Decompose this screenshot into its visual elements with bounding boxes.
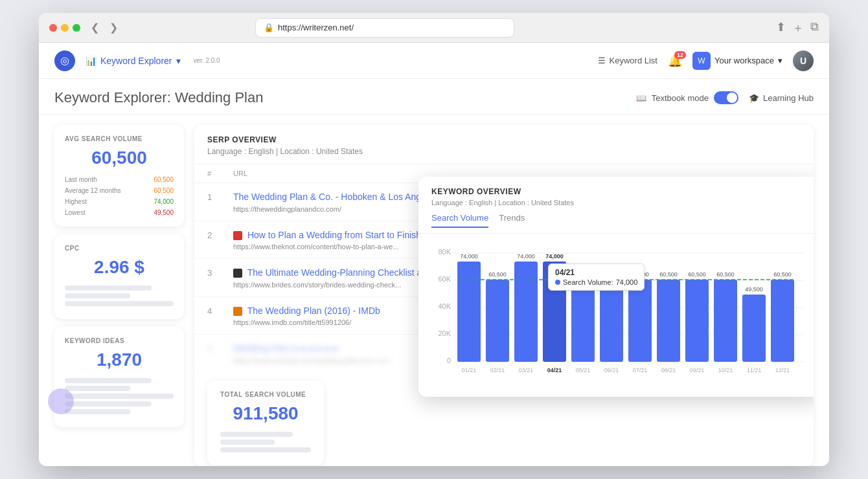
tooltip-item-value: 74,000 [616,278,638,286]
keyword-list-button[interactable]: ☰ Keyword List [598,56,657,65]
favicon-3 [233,269,242,278]
serp-title: SERP OVERVIEW [207,135,801,144]
stat-row-highest: Highest 74,000 [65,198,174,205]
tooltip-label: 04/21 [555,268,637,277]
bar-may [571,280,595,362]
highest-value: 74,000 [154,198,174,205]
cpc-placeholder-1 [65,285,152,291]
minimize-button[interactable] [61,24,69,32]
lock-icon: 🔒 [264,23,274,32]
total-vol-value: 911,580 [220,403,311,424]
avg12-value: 60,500 [154,187,174,194]
bubble-decoration [48,388,74,414]
close-button[interactable] [49,24,57,32]
learning-hub-button[interactable]: 🎓 Learning Hub [749,93,814,103]
tooltip-item-label: Search Volume: [563,278,613,286]
row-num-3: 3 [207,267,233,278]
browser-titlebar: ❮ ❯ 🔒 https://writerzen.net/ ⬆ ＋ ⧉ [39,13,829,43]
keyword-explorer-nav[interactable]: 📊 Keyword Explorer ▾ [86,56,181,66]
chart-container: 04/21 Search Volume: 74,000 8 [431,244,807,386]
svg-text:60,500: 60,500 [716,271,735,278]
tab-search-volume[interactable]: Search Volume [431,213,488,228]
svg-text:74,000: 74,000 [545,253,564,260]
chart-area: 04/21 Search Volume: 74,000 8 [418,234,814,397]
address-bar[interactable]: 🔒 https://writerzen.net/ [255,18,514,38]
app-container: ◎ 📊 Keyword Explorer ▾ ver. 2.0.0 ☰ Keyw… [39,43,829,466]
row-num-1: 1 [207,191,233,202]
popup-header: KEYWORD OVERVIEW Language : English | Lo… [418,177,814,234]
favicon-4 [233,307,242,316]
ki-placeholder-2 [65,386,130,391]
forward-button[interactable]: ❯ [107,20,120,35]
serp-panel: SERP OVERVIEW Language : English | Locat… [194,125,814,466]
tooltip-item: Search Volume: 74,000 [555,278,637,286]
textbook-mode-label: Textbook mode [652,93,709,103]
bar-jan [457,262,481,362]
traffic-lights [49,24,80,32]
bar-dec [771,280,794,362]
keyword-ideas-card: KEYWORD IDEAS 1,870 [54,327,184,427]
svg-text:74,000: 74,000 [517,253,535,260]
total-search-volume-card: TOTAL SEARCH VOLUME 911,580 [207,381,324,465]
share-icon[interactable]: ⬆ [776,20,786,36]
chart-tooltip: 04/21 Search Volume: 74,000 [548,263,645,291]
svg-text:11/21: 11/21 [747,367,762,373]
svg-text:80K: 80K [438,248,451,256]
svg-text:01/21: 01/21 [462,367,477,373]
sidebar-cards: AVG SEARCH VOLUME 60,500 Last month 60,5… [54,125,184,466]
svg-text:04/21: 04/21 [547,367,562,373]
avg12-label: Average 12 months [65,187,121,194]
url-text: https://writerzen.net/ [278,23,354,32]
svg-text:74,000: 74,000 [460,253,478,260]
keyword-ideas-title: KEYWORD IDEAS [65,337,174,344]
back-button[interactable]: ❮ [88,20,102,35]
tooltip-dot [555,280,560,285]
windows-icon[interactable]: ⧉ [810,20,819,36]
avg-search-volume-title: AVG SEARCH VOLUME [65,135,174,142]
tv-placeholder-3 [220,447,311,452]
last-month-value: 60,500 [154,176,174,183]
toggle-switch[interactable] [714,91,738,104]
cpc-placeholder-2 [65,293,130,298]
bar-aug [657,280,680,362]
popup-meta: Language : English | Location : United S… [431,199,807,206]
app-topbar: ◎ 📊 Keyword Explorer ▾ ver. 2.0.0 ☰ Keyw… [39,43,829,79]
lowest-value: 49,500 [154,209,174,216]
svg-text:12/21: 12/21 [775,367,790,373]
avg-search-volume-card: AVG SEARCH VOLUME 60,500 Last month 60,5… [54,125,184,227]
stat-row-avg12: Average 12 months 60,500 [65,187,174,194]
maximize-button[interactable] [73,24,80,32]
highest-label: Highest [65,198,87,205]
textbook-mode-toggle[interactable]: 📖 Textbook mode [636,91,738,104]
tv-placeholder-1 [220,432,293,437]
stat-row-lowest: Lowest 49,500 [65,209,174,216]
tv-placeholder-2 [220,440,275,445]
browser-controls: ❮ ❯ [88,20,120,35]
svg-text:60K: 60K [438,275,451,283]
svg-text:49,500: 49,500 [745,286,763,293]
lowest-label: Lowest [65,209,86,216]
new-tab-icon[interactable]: ＋ [792,20,804,36]
chart-icon: 📊 [86,56,97,66]
nav-tool-name: Keyword Explorer [100,56,172,66]
notifications-button[interactable]: 🔔 12 [668,54,682,68]
ki-placeholder-1 [65,378,152,383]
bar-mar [514,262,538,362]
learning-hub-label: Learning Hub [763,93,814,103]
tab-trends[interactable]: Trends [499,213,525,228]
cpc-title: CPC [65,245,174,252]
ki-placeholder-5 [65,409,130,414]
workspace-icon: W [692,52,711,70]
serp-header: SERP OVERVIEW Language : English | Locat… [194,125,814,164]
ki-placeholder-3 [65,394,174,399]
svg-text:0: 0 [447,357,451,364]
main-content: AVG SEARCH VOLUME 60,500 Last month 60,5… [39,115,829,466]
app-logo[interactable]: ◎ [54,50,75,71]
last-month-label: Last month [65,176,97,183]
favicon-2 [233,231,242,240]
bar-oct [714,280,737,362]
workspace-button[interactable]: W Your workspace ▾ [692,52,782,70]
textbook-icon: 📖 [636,93,646,103]
popup-title: KEYWORD OVERVIEW [431,187,807,196]
user-avatar[interactable]: U [793,50,814,71]
